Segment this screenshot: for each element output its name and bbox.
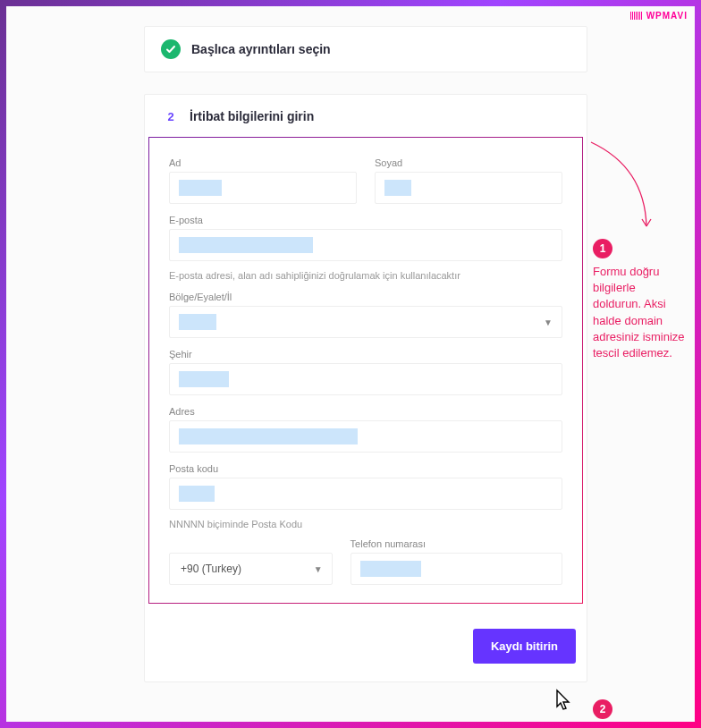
content-area: Başlıca ayrıntıları seçin 2 İrtibat bilg… [6,6,695,682]
submit-button[interactable]: Kaydı bitirin [473,629,576,664]
step-number: 2 [165,110,177,123]
last-name-input[interactable] [375,172,562,204]
redacted-value [360,561,421,577]
email-label: E-posta [169,215,562,225]
form-wrap: Ad Soyad [145,137,587,681]
email-field: E-posta [169,215,562,261]
annotation-highlight-box: Ad Soyad [148,137,583,604]
step-2-card: 2 İrtibat bilgilerini girin Ad [144,94,587,682]
step-2-title: İrtibat bilgilerini girin [190,109,314,123]
city-field: Şehir [169,349,562,395]
region-label: Bölge/Eyalet/İl [169,292,562,302]
annotation-badge-1: 1 [593,239,612,258]
email-input[interactable] [169,229,562,261]
email-hint: E-posta adresi, alan adı sahipliğinizi d… [169,270,562,281]
region-field: Bölge/Eyalet/İl ▼ [169,292,562,338]
step-1-card: Başlıca ayrıntıları seçin [144,26,587,72]
redacted-value [179,428,358,444]
postal-field: Posta kodu [169,463,562,510]
phone-input[interactable] [350,553,562,585]
postal-label: Posta kodu [169,463,562,474]
postal-input[interactable] [169,478,562,510]
chevron-down-icon: ▼ [314,564,323,574]
form-actions: Kaydı bitirin [148,604,583,664]
step-1-title: Başlıca ayrıntıları seçin [191,42,331,56]
region-select[interactable]: ▼ [169,306,562,338]
first-name-input[interactable] [169,172,357,204]
redacted-value [179,371,229,387]
postal-hint: NNNNN biçiminde Posta Kodu [169,519,562,529]
address-label: Adres [169,406,562,417]
annotation-text-1: Formu doğru bilgilerle doldurun. Aksi ha… [593,264,686,361]
last-name-field: Soyad [375,157,562,204]
country-code-field: +90 (Turkey) ▼ [169,553,333,585]
city-label: Şehir [169,349,562,360]
step-2-header: 2 İrtibat bilgilerini girin [145,95,587,137]
annotation-badge-2: 2 [593,699,612,719]
gradient-frame: WPMAVI Başlıca ayrıntıları seçin 2 İrtib… [0,0,701,728]
country-code-select[interactable]: +90 (Turkey) ▼ [169,553,333,585]
phone-label: Telefon numarası [350,538,562,549]
country-code-value: +90 (Turkey) [181,563,241,575]
address-input[interactable] [169,420,562,453]
cursor-icon [552,689,575,715]
address-field: Adres [169,406,562,453]
first-name-label: Ad [169,157,357,168]
redacted-value [384,180,411,196]
redacted-value [179,486,215,502]
redacted-value [179,314,216,330]
annotation-callout-1: 1 Formu doğru bilgilerle doldurun. Aksi … [593,239,686,361]
phone-field: Telefon numarası [350,538,562,585]
chevron-down-icon: ▼ [544,317,553,327]
first-name-field: Ad [169,157,357,204]
last-name-label: Soyad [375,157,562,168]
redacted-value [179,180,222,196]
page-container: WPMAVI Başlıca ayrıntıları seçin 2 İrtib… [6,6,695,722]
city-input[interactable] [169,363,562,395]
redacted-value [179,237,313,253]
check-icon [161,39,181,59]
